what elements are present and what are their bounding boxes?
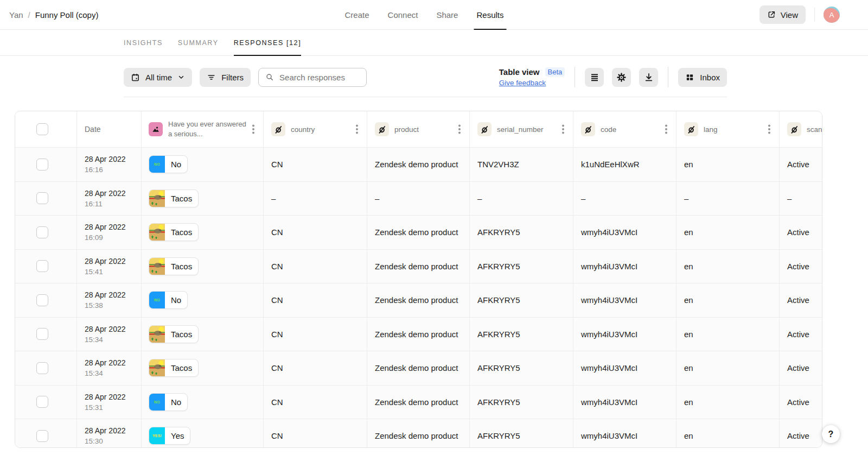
- filters-label: Filters: [221, 73, 244, 82]
- breadcrumb-workspace[interactable]: Yan: [9, 10, 23, 20]
- table-row[interactable]: 28 Apr 202216:16NONoCNZendesk demo produ…: [15, 148, 822, 182]
- eye-off-icon: [684, 122, 698, 136]
- row-answer-cell: NONo: [142, 148, 264, 181]
- view-mode-title: Table view: [499, 67, 540, 77]
- download-button[interactable]: [639, 68, 658, 87]
- cell-code: wmyh4iU3VMcI: [573, 216, 676, 249]
- view-button[interactable]: View: [760, 5, 806, 24]
- time-text: 15:30: [85, 437, 126, 445]
- date-value: 28 Apr 202215:34: [85, 325, 126, 344]
- nav-item-results[interactable]: Results: [476, 0, 503, 29]
- cell-value: Active: [787, 431, 809, 440]
- settings-button[interactable]: [612, 68, 631, 87]
- time-text: 15:38: [85, 301, 126, 310]
- cell-value: –: [581, 194, 585, 203]
- cell-value: wmyh4iU3VMcI: [581, 262, 637, 271]
- nav-item-create[interactable]: Create: [345, 0, 369, 29]
- column-menu-button[interactable]: [356, 128, 358, 130]
- table-header-row: DateHave you ever answered a serious...c…: [15, 111, 822, 148]
- tab-insights[interactable]: INSIGHTS: [124, 30, 163, 55]
- no-answer-icon: NO: [149, 292, 165, 308]
- time-text: 15:31: [85, 403, 126, 412]
- row-checkbox[interactable]: [36, 159, 48, 170]
- answer-label: Tacos: [165, 228, 198, 237]
- column-menu-button[interactable]: [768, 128, 770, 130]
- cell-lang: –: [676, 182, 780, 216]
- cell-code: wmyh4iU3VMcI: [573, 351, 676, 385]
- row-answer-cell: Tacos: [142, 216, 264, 249]
- row-checkbox[interactable]: [36, 294, 48, 306]
- tab-responses[interactable]: RESPONSES [12]: [234, 30, 302, 55]
- cell-lang: en: [676, 250, 780, 283]
- row-checkbox[interactable]: [36, 192, 48, 204]
- cell-scan: Active: [780, 351, 822, 385]
- responses-toolbar: All time Filters Table view Beta: [124, 67, 727, 87]
- answer-chip: YES!Yes: [149, 427, 190, 445]
- cell-product: Zendesk demo product: [367, 250, 470, 283]
- table-row[interactable]: 28 Apr 202215:34TacosCNZendesk demo prod…: [15, 351, 822, 386]
- cell-product: Zendesk demo product: [367, 419, 470, 448]
- cell-product: Zendesk demo product: [367, 216, 470, 249]
- column-menu-button[interactable]: [665, 128, 667, 130]
- taco-image: [149, 326, 165, 343]
- cell-country: CN: [264, 419, 367, 448]
- calendar-icon: [131, 73, 140, 82]
- date-range-button[interactable]: All time: [124, 68, 192, 87]
- row-checkbox[interactable]: [36, 260, 48, 272]
- question-column-label: Have you ever answered a serious...: [168, 119, 247, 138]
- answer-chip: Tacos: [149, 359, 199, 377]
- answer-label: No: [165, 160, 187, 169]
- cell-scan: Active: [780, 216, 822, 249]
- row-checkbox[interactable]: [36, 328, 48, 340]
- tab-summary[interactable]: SUMMARY: [178, 30, 219, 55]
- column-menu-button[interactable]: [458, 128, 461, 130]
- row-checkbox[interactable]: [36, 362, 48, 374]
- cell-serial_number: AFKRYRY5: [470, 216, 573, 249]
- taco-image: [149, 190, 165, 207]
- column-menu-button[interactable]: [562, 128, 564, 130]
- search-input[interactable]: [278, 72, 362, 83]
- answer-label: No: [165, 295, 187, 305]
- table-row[interactable]: 28 Apr 202215:34TacosCNZendesk demo prod…: [15, 318, 822, 352]
- row-select-cell: [15, 250, 77, 283]
- table-row[interactable]: 28 Apr 202215:41TacosCNZendesk demo prod…: [15, 250, 822, 284]
- table-row[interactable]: 28 Apr 202216:09TacosCNZendesk demo prod…: [15, 216, 822, 250]
- row-density-button[interactable]: [585, 68, 604, 87]
- table-row[interactable]: 28 Apr 202215:30YES!YesCNZendesk demo pr…: [15, 419, 822, 448]
- answer-chip: Tacos: [149, 190, 199, 207]
- row-checkbox[interactable]: [36, 396, 48, 408]
- inbox-button[interactable]: Inbox: [678, 68, 727, 87]
- search-box[interactable]: [258, 68, 367, 87]
- main-nav: Create Connect Share Results: [345, 0, 504, 29]
- answer-chip: Tacos: [149, 257, 199, 275]
- time-text: 16:09: [85, 233, 126, 242]
- avatar[interactable]: A: [824, 7, 840, 23]
- cell-serial_number: AFKRYRY5: [470, 351, 573, 385]
- give-feedback-link[interactable]: Give feedback: [499, 79, 546, 87]
- cell-value: Active: [787, 363, 809, 372]
- cell-code: wmyh4iU3VMcI: [573, 250, 676, 283]
- table-row[interactable]: 28 Apr 202215:31NONoCNZendesk demo produ…: [15, 386, 822, 420]
- answer-chip: Tacos: [149, 325, 199, 343]
- row-checkbox[interactable]: [36, 430, 48, 442]
- select-all-checkbox[interactable]: [36, 123, 48, 135]
- row-answer-cell: Tacos: [142, 351, 264, 385]
- cell-value: –: [375, 194, 379, 203]
- date-text: 28 Apr 2022: [85, 257, 126, 266]
- date-value: 28 Apr 202216:16: [85, 155, 126, 174]
- code-column-label: code: [601, 125, 616, 134]
- date-value: 28 Apr 202215:41: [85, 257, 126, 276]
- column-menu-button[interactable]: [252, 128, 254, 130]
- row-checkbox[interactable]: [36, 226, 48, 238]
- row-date-cell: 28 Apr 202215:38: [77, 283, 142, 317]
- nav-item-share[interactable]: Share: [436, 0, 458, 29]
- cell-value: CN: [271, 262, 283, 271]
- table-row[interactable]: 28 Apr 202216:11Tacos––––––: [15, 182, 822, 216]
- view-mode-block: Table view Beta Give feedback: [499, 67, 565, 87]
- date-range-label: All time: [145, 73, 172, 82]
- help-button[interactable]: ?: [822, 425, 840, 443]
- table-row[interactable]: 28 Apr 202215:38NONoCNZendesk demo produ…: [15, 283, 822, 318]
- cell-value: wmyh4iU3VMcI: [581, 228, 637, 237]
- filters-button[interactable]: Filters: [200, 68, 251, 87]
- nav-item-connect[interactable]: Connect: [388, 0, 418, 29]
